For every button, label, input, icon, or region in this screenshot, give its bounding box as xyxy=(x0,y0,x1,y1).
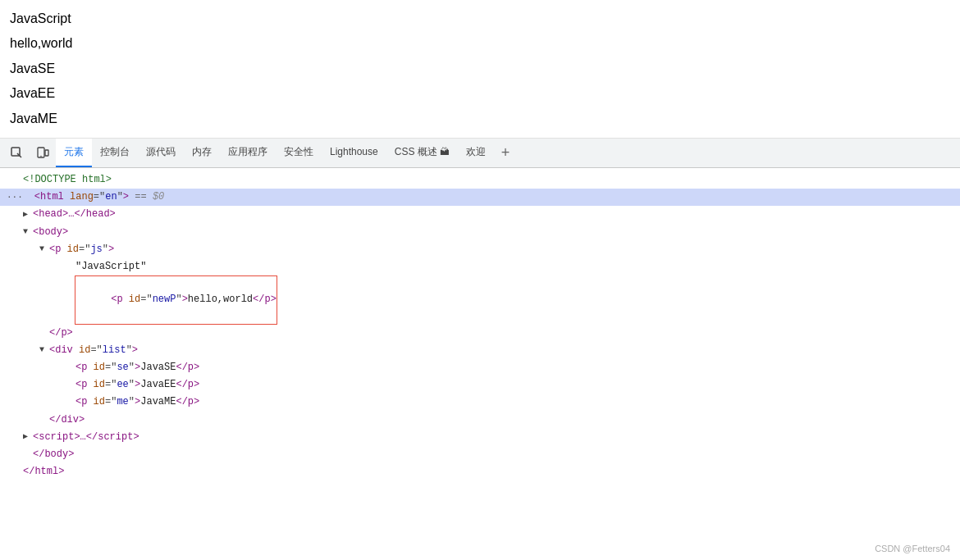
dom-body-open-line[interactable]: <body> xyxy=(0,224,960,241)
dom-head-line[interactable]: <head>…</head> xyxy=(0,206,960,223)
dom-doctype: <!DOCTYPE html> xyxy=(23,172,112,188)
add-tab-button[interactable]: + xyxy=(494,141,517,164)
tab-css-overview[interactable]: CSS 概述 🏔 xyxy=(386,139,458,167)
tab-elements[interactable]: 元素 xyxy=(56,139,92,167)
script-triangle[interactable] xyxy=(23,430,33,444)
preview-line-3: JavaSE xyxy=(10,57,950,81)
tab-elements-label: 元素 xyxy=(64,145,84,159)
tab-welcome-label: 欢迎 xyxy=(466,145,486,159)
tab-lighthouse[interactable]: Lighthouse xyxy=(322,139,386,167)
dom-div-list-open-line[interactable]: <div id="list"> xyxy=(0,342,960,359)
tab-welcome[interactable]: 欢迎 xyxy=(458,139,494,167)
body-triangle[interactable] xyxy=(23,225,33,239)
tab-application[interactable]: 应用程序 xyxy=(220,139,276,167)
dom-p-js-close-line: </p> xyxy=(0,325,960,342)
highlighted-element: <p id="newP">hello,world</p> xyxy=(75,276,277,324)
dollar-zero: $0 xyxy=(153,189,164,205)
p-js-triangle[interactable] xyxy=(39,243,49,256)
devtools-tabbar: 元素 控制台 源代码 内存 应用程序 安全性 Lighthouse CSS 概述… xyxy=(0,139,960,168)
preview-line-5: JavaME xyxy=(10,107,950,131)
tab-lighthouse-label: Lighthouse xyxy=(330,146,378,157)
tab-sources[interactable]: 源代码 xyxy=(138,139,184,167)
tab-memory-label: 内存 xyxy=(192,145,212,159)
preview-area: JavaScript hello,world JavaSE JavaEE Jav… xyxy=(0,0,960,139)
dom-p-me-line[interactable]: <p id="me">JavaME</p> xyxy=(0,394,960,411)
head-triangle[interactable] xyxy=(23,208,33,221)
add-tab-icon: + xyxy=(501,144,510,162)
tab-console-label: 控制台 xyxy=(100,145,130,159)
dom-js-text-line: "JavaScript" xyxy=(0,258,960,275)
dom-div-close-line: </div> xyxy=(0,412,960,429)
dom-panel: <!DOCTYPE html> ··· <html lang="en"> == … xyxy=(0,168,960,484)
dom-script-line[interactable]: <script>…</script> xyxy=(0,429,960,446)
dom-html-line[interactable]: ··· <html lang="en"> == $0 xyxy=(0,189,960,206)
tab-console[interactable]: 控制台 xyxy=(92,139,138,167)
preview-line-2: hello,world xyxy=(10,31,950,56)
tab-css-overview-label: CSS 概述 🏔 xyxy=(395,145,450,159)
dom-js-text: "JavaScript" xyxy=(75,259,146,275)
device-icon-btn[interactable] xyxy=(30,141,56,164)
div-list-triangle[interactable] xyxy=(39,344,49,357)
preview-line-1: JavaScript xyxy=(10,7,950,31)
dots-indicator: ··· xyxy=(7,190,23,205)
inspect-icon xyxy=(10,146,23,159)
dom-p-se-line[interactable]: <p id="se">JavaSE</p> xyxy=(0,359,960,376)
dom-body-close-line: </body> xyxy=(0,446,960,463)
tab-sources-label: 源代码 xyxy=(146,145,176,159)
inspect-icon-btn[interactable] xyxy=(3,141,30,164)
tab-security-label: 安全性 xyxy=(284,145,313,159)
dom-p-js-open-line[interactable]: <p id="js"> xyxy=(0,241,960,258)
dom-doctype-line: <!DOCTYPE html> xyxy=(0,171,960,189)
equals-sign: == xyxy=(129,189,153,205)
dom-p-ee-line[interactable]: <p id="ee">JavaEE</p> xyxy=(0,376,960,394)
tab-application-label: 应用程序 xyxy=(228,145,267,159)
dom-html-close-line: </html> xyxy=(0,463,960,480)
svg-point-3 xyxy=(40,156,41,157)
svg-rect-2 xyxy=(45,150,48,156)
dom-p-newp-line[interactable]: <p id="newP">hello,world</p> xyxy=(0,275,960,325)
device-icon xyxy=(36,146,49,159)
tab-security[interactable]: 安全性 xyxy=(276,139,322,167)
tab-memory[interactable]: 内存 xyxy=(184,139,220,167)
preview-line-4: JavaEE xyxy=(10,81,950,106)
